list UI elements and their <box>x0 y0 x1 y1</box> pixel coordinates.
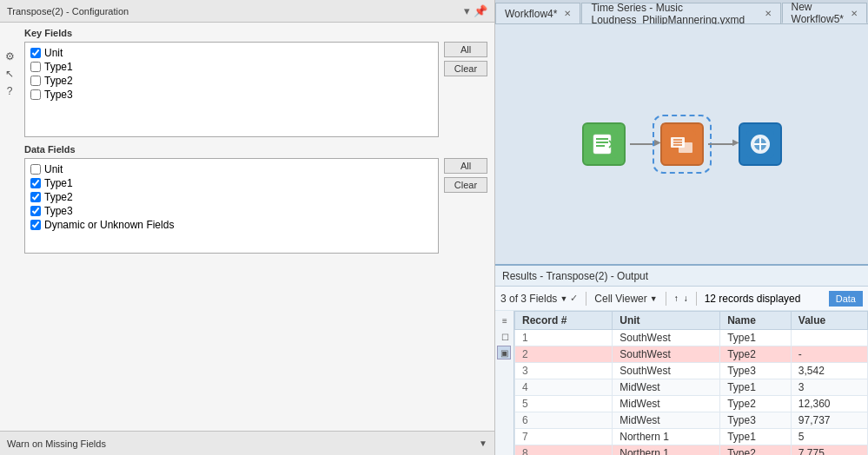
select-all-icon[interactable]: ☐ <box>497 329 513 345</box>
table-row: 5MidWestType212,360 <box>515 396 868 412</box>
data-fields-all-button[interactable]: All <box>444 158 487 174</box>
key-field-unit-label: Unit <box>44 47 63 59</box>
key-fields-clear-button[interactable]: Clear <box>444 61 487 76</box>
footer-text: Warn on Missing Fields <box>7 439 106 449</box>
key-field-type3-checkbox[interactable] <box>30 89 41 100</box>
cell-name: Type1 <box>720 379 792 396</box>
toolbar-sep-2 <box>666 292 666 306</box>
key-field-unit-checkbox[interactable] <box>30 48 41 58</box>
cell-record: 2 <box>515 346 613 363</box>
table-row: 3SouthWestType33,542 <box>515 363 868 379</box>
key-field-type1-checkbox[interactable] <box>30 62 41 72</box>
table-view-icon[interactable]: ≡ <box>497 313 513 328</box>
pin-icon[interactable]: 📌 <box>474 4 487 17</box>
key-fields-all-button[interactable]: All <box>444 42 487 57</box>
results-header: Results - Transpose(2) - Output <box>495 266 868 287</box>
table-row: 4MidWestType13 <box>515 379 868 396</box>
data-fields-box: Unit Type1 Type2 Type3 <box>24 158 439 254</box>
fields-dropdown-icon[interactable]: ▼ <box>560 294 567 303</box>
record-select-icon[interactable]: ▣ <box>497 346 511 359</box>
tab-timeseries-label: Time Series - Music Loudness_PhilipManne… <box>591 2 757 26</box>
results-section: Results - Transpose(2) - Output 3 of 3 F… <box>495 264 868 455</box>
viewer-selector[interactable]: Cell Viewer ▼ <box>594 293 657 305</box>
cell-unit: SouthWest <box>613 363 720 379</box>
cell-name: Type1 <box>720 429 792 445</box>
cell-record: 4 <box>515 379 613 396</box>
workflow-node-output[interactable] <box>734 118 786 170</box>
data-field-type3-checkbox[interactable] <box>30 206 41 216</box>
table-row: 1SouthWestType1 <box>515 330 868 346</box>
workflow-node-output-icon <box>739 122 782 166</box>
minimize-icon[interactable]: ▾ <box>464 4 470 17</box>
data-field-dynamic-checkbox[interactable] <box>30 220 41 230</box>
toolbar-sep-3 <box>696 292 697 306</box>
svg-rect-1 <box>593 135 611 154</box>
cell-name: Type1 <box>720 330 792 346</box>
data-field-type2-checkbox[interactable] <box>30 192 41 202</box>
cell-value: 5 <box>791 429 867 445</box>
results-toolbar: 3 of 3 Fields ▼ ✓ Cell Viewer ▼ ↑ ↓ 12 r… <box>495 287 868 311</box>
data-fields-buttons: All Clear <box>444 158 487 193</box>
svg-rect-7 <box>679 142 692 153</box>
results-left-icons: ≡ ☐ ▣ <box>495 311 514 455</box>
panel-footer: Warn on Missing Fields ▼ <box>0 431 494 455</box>
footer-dropdown-icon[interactable]: ▼ <box>479 439 487 448</box>
tab-timeseries-close[interactable]: ✕ <box>765 9 772 18</box>
tab-timeseries[interactable]: Time Series - Music Loudness_PhilipManne… <box>581 3 780 23</box>
data-field-unit-checkbox[interactable] <box>30 164 41 175</box>
data-fields-clear-button[interactable]: Clear <box>444 177 487 193</box>
cell-record: 5 <box>515 396 613 412</box>
key-field-type2-checkbox[interactable] <box>30 76 41 86</box>
data-field-type1-checkbox[interactable] <box>30 178 41 188</box>
data-table: Record # Unit Name Value 1SouthWestType1… <box>514 311 868 455</box>
data-field-type3[interactable]: Type3 <box>29 204 434 218</box>
key-fields-label: Key Fields <box>24 28 487 38</box>
cell-value <box>791 330 867 346</box>
data-field-unit-label: Unit <box>44 163 63 175</box>
key-field-type1-label: Type1 <box>44 61 73 73</box>
key-field-type2[interactable]: Type2 <box>29 74 434 88</box>
col-unit: Unit <box>613 312 720 330</box>
cell-value: - <box>791 346 867 363</box>
table-header-row: Record # Unit Name Value <box>515 312 868 330</box>
tab-newworkflow5[interactable]: New Workflow5* ✕ <box>782 3 867 23</box>
key-field-type3[interactable]: Type3 <box>29 88 434 102</box>
tab-workflow4-close[interactable]: ✕ <box>564 9 571 18</box>
workflow-node-input-icon <box>582 122 626 166</box>
cell-unit: SouthWest <box>613 346 720 363</box>
tab-workflow4[interactable]: Workflow4* ✕ <box>495 3 580 23</box>
key-fields-box: Unit Type1 Type2 Type3 <box>24 42 439 137</box>
data-fields-section: Data Fields Unit Type1 Type2 <box>24 144 487 254</box>
cell-unit: Northern 1 <box>613 429 720 445</box>
cell-unit: SouthWest <box>613 330 720 346</box>
workflow-node-transpose[interactable] <box>656 118 708 170</box>
right-panel: Workflow4* ✕ Time Series - Music Loudnes… <box>495 0 868 455</box>
data-field-unit[interactable]: Unit <box>29 162 434 176</box>
data-field-dynamic[interactable]: Dynamic or Unknown Fields <box>29 218 434 232</box>
viewer-dropdown-icon[interactable]: ▼ <box>650 294 658 303</box>
sort-up-icon[interactable]: ↑ <box>674 293 679 303</box>
data-field-type1[interactable]: Type1 <box>29 176 434 190</box>
col-name: Name <box>720 312 792 330</box>
tab-newworkflow5-label: New Workflow5* <box>792 1 844 25</box>
data-field-type3-label: Type3 <box>44 205 73 217</box>
cell-record: 6 <box>515 412 613 429</box>
cell-record: 1 <box>515 330 613 346</box>
sort-down-icon[interactable]: ↓ <box>684 293 688 303</box>
data-button[interactable]: Data <box>829 291 863 307</box>
fields-selector[interactable]: 3 of 3 Fields ▼ ✓ <box>500 293 578 305</box>
key-field-type1[interactable]: Type1 <box>29 60 434 74</box>
toolbar-sep-1 <box>586 292 586 306</box>
col-value: Value <box>791 312 867 330</box>
data-field-type2[interactable]: Type2 <box>29 190 434 204</box>
key-field-unit[interactable]: Unit <box>29 46 434 60</box>
tab-newworkflow5-close[interactable]: ✕ <box>851 9 858 18</box>
panel-header-icons: ▾ 📌 <box>464 4 487 17</box>
data-field-type1-label: Type1 <box>44 177 73 189</box>
cell-unit: MidWest <box>613 412 720 429</box>
workflow-node-input[interactable] <box>578 118 630 170</box>
cell-record: 8 <box>515 445 613 456</box>
results-table-container: ≡ ☐ ▣ Record # Unit Name Value <box>495 311 868 455</box>
tab-workflow4-label: Workflow4* <box>505 8 557 20</box>
cell-unit: MidWest <box>613 379 720 396</box>
